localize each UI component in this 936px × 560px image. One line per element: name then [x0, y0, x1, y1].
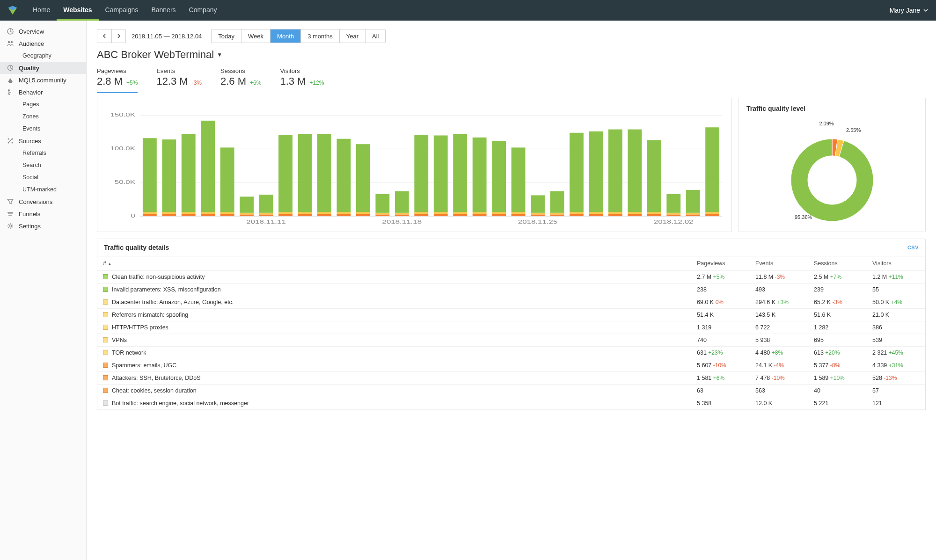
nav-company[interactable]: Company [183, 0, 224, 21]
svg-rect-85 [570, 214, 584, 216]
user-menu[interactable]: Mary Jane [890, 7, 929, 14]
sidebar-item-behavior[interactable]: Behavior [0, 86, 86, 98]
sidebar-item-quality[interactable]: Quality [0, 62, 86, 74]
donut-title: Traffic quality level [746, 105, 918, 112]
sidebar-item-referrals[interactable]: Referrals [0, 147, 86, 159]
nav-websites[interactable]: Websites [57, 0, 98, 21]
svg-rect-93 [608, 130, 622, 212]
svg-rect-51 [337, 139, 351, 212]
nav-home[interactable]: Home [26, 0, 57, 21]
svg-rect-80 [531, 213, 545, 215]
svg-rect-84 [550, 191, 564, 213]
svg-rect-101 [666, 213, 680, 215]
table-row[interactable]: Datacenter traffic: Amazon, Azure, Googl… [97, 296, 925, 308]
sidebar-item-events[interactable]: Events [0, 123, 86, 135]
sidebar-item-pages[interactable]: Pages [0, 98, 86, 110]
svg-rect-103 [686, 214, 700, 216]
table-row[interactable]: Invalid parameters: XSS, misconfiguratio… [97, 283, 925, 296]
svg-rect-53 [356, 212, 370, 214]
col-sessions[interactable]: Sessions [808, 256, 867, 270]
table-row[interactable]: VPNs7405 938695539 [97, 334, 925, 346]
sidebar-item-overview[interactable]: Overview [0, 25, 86, 37]
table-row[interactable]: Bot traffic: search engine, social netwo… [97, 397, 925, 409]
svg-rect-87 [570, 133, 584, 212]
svg-rect-67 [453, 214, 467, 216]
metric-events[interactable]: Events12.3 M-3% [156, 67, 202, 93]
range-month[interactable]: Month [270, 29, 300, 43]
sidebar-item-settings[interactable]: Settings [0, 220, 86, 232]
date-range[interactable]: 2018.11.05 — 2018.12.04 [132, 33, 202, 40]
table-row[interactable]: Cheat: cookies, session duration63563405… [97, 384, 925, 397]
details-title: Traffic quality details [104, 244, 169, 251]
svg-rect-35 [240, 213, 254, 215]
metric-pageviews[interactable]: Pageviews2.8 M+5% [97, 67, 138, 93]
table-row[interactable]: HTTP/HTTPS proxies1 3196 7221 282386 [97, 321, 925, 334]
svg-rect-41 [278, 212, 292, 214]
svg-rect-73 [492, 214, 506, 216]
svg-rect-58 [395, 214, 409, 216]
svg-rect-88 [589, 214, 603, 216]
page-title[interactable]: ABC Broker WebTerminal ▼ [97, 49, 926, 61]
table-row[interactable]: Spammers: emails, UGC5 607 -10%24.1 K -4… [97, 359, 925, 371]
prev-button[interactable] [97, 29, 111, 43]
svg-rect-32 [220, 212, 234, 214]
col-visitors[interactable]: Visitors [867, 256, 925, 270]
table-row[interactable]: Attackers: SSH, Bruteforce, DDoS1 581 +6… [97, 371, 925, 384]
svg-rect-20 [143, 212, 157, 214]
details-panel: Traffic quality details CSV #▲PageviewsE… [97, 239, 926, 410]
audience-icon [7, 40, 14, 47]
sidebar-item-conversions[interactable]: Conversions [0, 196, 86, 208]
col-events[interactable]: Events [750, 256, 808, 270]
next-button[interactable] [111, 29, 125, 43]
table-row[interactable]: Clean traffic: non-suspicious activity2.… [97, 270, 925, 283]
svg-text:2018.11.18: 2018.11.18 [382, 219, 422, 225]
col-pageviews[interactable]: Pageviews [691, 256, 750, 270]
nav-campaigns[interactable]: Campaigns [99, 0, 145, 21]
svg-rect-72 [473, 138, 487, 212]
sidebar-item-geography[interactable]: Geography [0, 50, 86, 62]
csv-export[interactable]: CSV [907, 245, 919, 250]
svg-rect-75 [492, 141, 506, 212]
behavior-icon [7, 88, 14, 96]
range-year[interactable]: Year [339, 29, 365, 43]
svg-rect-105 [686, 190, 700, 213]
svg-rect-59 [395, 213, 409, 215]
content: 2018.11.05 — 2018.12.04 TodayWeekMonth3 … [87, 21, 936, 560]
range-3-months[interactable]: 3 months [300, 29, 339, 43]
svg-rect-26 [182, 212, 196, 214]
sidebar-item-sources[interactable]: Sources [0, 135, 86, 147]
bar-chart: 050.0K100.0K150.0K2018.11.112018.11.1820… [102, 105, 727, 226]
sidebar-item-search[interactable]: Search [0, 159, 86, 171]
sidebar-item-social[interactable]: Social [0, 171, 86, 183]
svg-rect-96 [628, 130, 642, 212]
sidebar-item-mql5-community[interactable]: MQL5.community [0, 74, 86, 86]
range-week[interactable]: Week [241, 29, 270, 43]
metric-sessions[interactable]: Sessions2.6 M+6% [220, 67, 261, 93]
sidebar-item-audience[interactable]: Audience [0, 37, 86, 50]
metric-visitors[interactable]: Visitors1.3 M+12% [280, 67, 324, 93]
svg-rect-69 [453, 134, 467, 212]
svg-rect-99 [647, 140, 661, 212]
table-row[interactable]: TOR network631 +23%4 480 +8%613 +20%2 32… [97, 346, 925, 359]
svg-rect-31 [220, 214, 234, 216]
range-today[interactable]: Today [212, 29, 241, 43]
sidebar-item-zones[interactable]: Zones [0, 110, 86, 123]
svg-rect-102 [666, 194, 680, 213]
svg-rect-70 [473, 214, 487, 216]
bar-chart-panel: 050.0K100.0K150.0K2018.11.112018.11.1820… [97, 98, 732, 232]
range-all[interactable]: All [365, 29, 385, 43]
sidebar-item-funnels[interactable]: Funnels [0, 208, 86, 220]
table-row[interactable]: Referrers mismatch: spoofing51.4 K143.5 … [97, 308, 925, 321]
svg-point-10 [9, 225, 12, 227]
svg-rect-107 [705, 212, 719, 214]
svg-text:50.0K: 50.0K [115, 180, 136, 185]
swatch-icon [103, 299, 108, 305]
sidebar-item-utm-marked[interactable]: UTM-marked [0, 183, 86, 196]
swatch-icon [103, 363, 108, 368]
nav-banners[interactable]: Banners [145, 0, 182, 21]
col-name[interactable]: #▲ [97, 256, 691, 270]
svg-text:100.0K: 100.0K [110, 146, 135, 152]
svg-rect-89 [589, 212, 603, 214]
svg-rect-91 [608, 214, 622, 216]
svg-rect-43 [298, 214, 312, 216]
